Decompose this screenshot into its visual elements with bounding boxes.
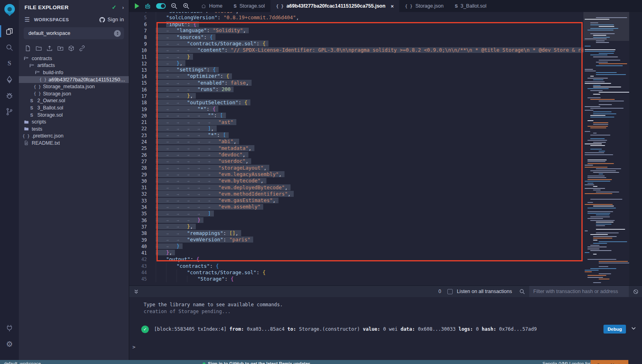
listen-checkbox[interactable]	[447, 289, 453, 294]
statusbar-message[interactable]: Sign in to GitHub to get the latest Remi…	[203, 361, 310, 364]
code-line[interactable]: 12→→},	[129, 60, 584, 67]
plugin-manager-icon[interactable]	[0, 320, 19, 336]
tree-item[interactable]: { }Storage.json	[19, 90, 129, 97]
code-line[interactable]: 31→→→→→→"evm.deployedBytecode",	[129, 184, 584, 191]
tree-item[interactable]: contracts	[19, 55, 129, 62]
workspace-select[interactable]: default_workspace	[24, 27, 124, 39]
terminal-collapse-icon[interactable]	[133, 289, 139, 295]
debug-button[interactable]: Debug	[603, 325, 626, 334]
code-line[interactable]: 19→→→→"*": {	[129, 106, 584, 112]
close-tab-icon[interactable]: ×	[391, 3, 394, 9]
search-icon[interactable]	[0, 39, 19, 55]
tab-storage-json[interactable]: { }Storage.json	[399, 0, 449, 12]
code-line[interactable]: 23→→→→→"*": [	[129, 132, 584, 139]
settings-gear-icon[interactable]: ⚙	[0, 336, 19, 352]
deploy-run-icon[interactable]	[0, 71, 19, 87]
code-line[interactable]: 11→→→}	[129, 54, 584, 60]
minimap[interactable]	[583, 12, 629, 285]
tree-item[interactable]: scripts	[19, 118, 129, 125]
code-line[interactable]: 44 "contracts/Storage.sol": {	[129, 269, 584, 276]
code-line[interactable]: 15→→→→"enabled": false,	[129, 80, 584, 86]
code-line[interactable]: 17→→→},	[129, 93, 584, 99]
code-line[interactable]: 16→→→→"runs": 200	[129, 87, 584, 93]
code-line[interactable]: 29→→→→→→"evm.legacyAssembly",	[129, 171, 584, 178]
ipfs-box-icon[interactable]	[68, 45, 75, 52]
tree-item[interactable]: { }a69b43f277ba20fcac141151250ca7...	[19, 76, 129, 83]
tree-item[interactable]: artifacts	[19, 62, 129, 69]
new-file-icon[interactable]	[24, 45, 31, 52]
transaction-filter-input[interactable]	[529, 286, 629, 297]
chevron-right-icon[interactable]: ›	[122, 4, 124, 10]
transaction-row[interactable]: ✓ [block:5583405 txIndex:4] from: 0xa03.…	[141, 325, 636, 334]
zoom-in-icon[interactable]	[183, 2, 190, 10]
scrollbar-track[interactable]	[629, 12, 642, 285]
code-line[interactable]: 9→→→"contracts/Storage.sol": {	[129, 40, 584, 47]
code-line[interactable]: 6 "input": {	[129, 21, 584, 28]
file-explorer-icon[interactable]	[0, 23, 19, 39]
run-script-icon[interactable]	[135, 3, 139, 9]
code-line[interactable]: 10→→→→"content": "// SPDX-License-Identi…	[129, 47, 584, 54]
code-line[interactable]: 35→→→→→]	[129, 210, 584, 217]
tab-a69b43f277ba20fcac141151250ca755-json[interactable]: { }a69b43f277ba20fcac141151250ca755.json…	[270, 0, 399, 12]
code-line[interactable]: 36→→→→}	[129, 217, 584, 224]
scam-alerts-badge[interactable]: Scam Alerts	[591, 360, 628, 364]
statusbar-workspace[interactable]: default_workspace	[4, 361, 41, 364]
upload-folder-icon[interactable]	[57, 45, 64, 52]
debugger-icon[interactable]	[0, 87, 19, 103]
source-control-icon[interactable]	[0, 103, 19, 119]
terminal-prompt[interactable]: >	[132, 344, 642, 350]
code-line[interactable]: 27→→→→→→"userdoc",	[129, 158, 584, 165]
code-line[interactable]: 25→→→→→→"metadata",	[129, 145, 584, 152]
code-line[interactable]: 22→→→→→],	[129, 125, 584, 132]
code-line[interactable]: 39→→→"evmVersion": "paris"	[129, 237, 584, 243]
code-line[interactable]: 42 "output": {	[129, 256, 584, 263]
tree-item[interactable]: { }Storage_metadata.json	[19, 83, 129, 90]
code-line[interactable]: 40→→}	[129, 243, 584, 250]
tab-3-ballot-sol[interactable]: S3_Ballot.sol	[449, 0, 492, 12]
tree-item[interactable]: S2_Owner.sol	[19, 97, 129, 105]
tab-home[interactable]: Home	[195, 0, 228, 12]
workspaces-menu-icon[interactable]: ☰	[24, 16, 30, 23]
terminal-search-icon[interactable]	[519, 289, 525, 295]
code-editor[interactable]: 4 "solcVersion": "0.8.19",5 "solcLongVer…	[129, 12, 642, 285]
minimap-viewport[interactable]	[583, 12, 629, 41]
ai-robot-icon[interactable]	[144, 2, 151, 10]
remix-logo-icon[interactable]	[2, 2, 17, 17]
tx-expand-icon[interactable]	[631, 326, 636, 333]
tree-item[interactable]: README.txt	[19, 140, 129, 147]
code-line[interactable]: 20→→→→→"": [	[129, 113, 584, 119]
zoom-out-icon[interactable]	[171, 2, 178, 10]
code-line[interactable]: 13→→"settings": {	[129, 67, 584, 73]
code-line[interactable]: 8→→"sources": {	[129, 34, 584, 40]
code-line[interactable]: 26→→→→→→"devdoc",	[129, 152, 584, 158]
tree-item[interactable]: S3_Ballot.sol	[19, 104, 129, 111]
code-line[interactable]: 34→→→→→→"evm.assembly"	[129, 204, 584, 210]
tree-item[interactable]: { }.prettierrc.json	[19, 133, 129, 140]
tree-item[interactable]: tests	[19, 125, 129, 133]
tree-item[interactable]: build-info	[19, 69, 129, 76]
code-line[interactable]: 37→→→},	[129, 224, 584, 230]
sign-in-button[interactable]: Sign in	[99, 17, 124, 23]
link-icon[interactable]	[79, 45, 85, 52]
code-line[interactable]: 18→→→"outputSelection": {	[129, 99, 584, 106]
code-line[interactable]: 21→→→→→→"ast"	[129, 119, 584, 125]
code-line[interactable]: 30→→→→→→"evm.bytecode",	[129, 178, 584, 184]
code-line[interactable]: 41→},	[129, 250, 584, 256]
code-line[interactable]: 7→→"language": "Solidity",	[129, 28, 584, 34]
clear-console-icon[interactable]	[633, 289, 639, 295]
code-line[interactable]: 33→→→→→→"evm.gasEstimates",	[129, 198, 584, 204]
code-line[interactable]: 43 "contracts": {	[129, 263, 584, 269]
code-line[interactable]: 24→→→→→→"abi",	[129, 139, 584, 145]
solidity-compiler-icon[interactable]: S	[0, 55, 19, 71]
upload-file-icon[interactable]	[46, 45, 53, 52]
code-line[interactable]: 28→→→→→→"storageLayout",	[129, 165, 584, 171]
code-line[interactable]: 45 "Storage": {	[129, 276, 584, 282]
code-line[interactable]: 5 "solcLongVersion": "0.8.19+commit.7dd6…	[129, 14, 584, 21]
tab-storage-sol[interactable]: SStorage.sol	[228, 0, 270, 12]
ai-copilot-toggle[interactable]	[156, 3, 166, 9]
tree-item[interactable]: SStorage.sol	[19, 111, 129, 119]
code-line[interactable]: 32→→→→→→"evm.methodIdentifiers",	[129, 191, 584, 197]
code-line[interactable]: 14→→→"optimizer": {	[129, 73, 584, 80]
new-folder-icon[interactable]	[35, 45, 42, 52]
code-line[interactable]: 38→→→"remappings": [],	[129, 230, 584, 237]
